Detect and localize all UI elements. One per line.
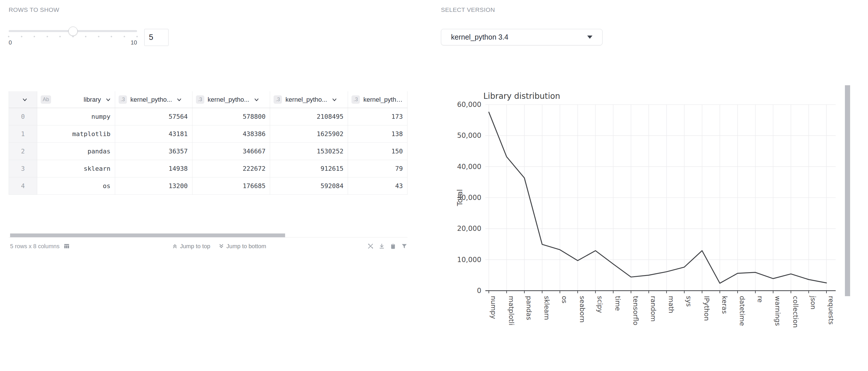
chevron-down-icon[interactable] <box>22 96 28 103</box>
x-tick-label: time <box>614 296 622 311</box>
value-cell: 1530252 <box>270 143 348 160</box>
x-tick-label: pandas <box>525 296 533 320</box>
table-horizontal-scrollbar[interactable] <box>9 233 407 237</box>
x-tick-label: requests <box>827 296 835 324</box>
row-index-cell: 2 <box>9 143 37 160</box>
table-summary-text: 5 rows x 8 columns <box>10 243 59 250</box>
table-row[interactable]: 0numpy575645788002108495173 <box>9 108 407 125</box>
x-tick-label: scipy <box>596 296 604 313</box>
slider-track[interactable] <box>9 30 137 32</box>
column-type-badge: .3 <box>274 95 282 104</box>
table-body: 0numpy5756457880021084951731matplotlib43… <box>9 108 407 195</box>
slider-tick <box>85 36 87 37</box>
library-cell: pandas <box>37 143 115 160</box>
jump-to-top-label: Jump to top <box>180 243 210 250</box>
column-type-badge: .3 <box>119 95 127 104</box>
column-type-badge: .3 <box>351 95 360 104</box>
y-tick-label: 10,000 <box>457 256 481 264</box>
slider-tick <box>59 36 61 37</box>
rows-to-show-input[interactable]: 5 <box>144 29 168 46</box>
chart-title: Library distribution <box>483 91 560 101</box>
column-header[interactable]: .3kernel_pytho... <box>115 91 192 108</box>
column-type-badge: .3 <box>196 95 204 104</box>
row-index-cell: 1 <box>9 125 37 142</box>
double-chevron-down-icon <box>218 243 224 249</box>
value-cell: 43 <box>348 177 407 195</box>
y-tick-label: 60,000 <box>457 101 481 109</box>
value-cell: 150 <box>348 143 407 160</box>
value-cell: 592084 <box>270 177 348 195</box>
value-cell: 222672 <box>192 160 270 177</box>
library-cell: sklearn <box>37 160 115 177</box>
slider-max-label: 10 <box>131 39 137 46</box>
x-tick-label: math <box>668 296 675 313</box>
column-type-badge: Ab <box>41 95 51 104</box>
version-dropdown[interactable]: kernel_python 3.4 <box>441 29 602 46</box>
jump-to-top-button[interactable]: Jump to top <box>172 243 210 250</box>
column-header-label: library <box>84 96 101 104</box>
slider-tick <box>72 36 73 37</box>
table-row[interactable]: 3sklearn1493822267291261579 <box>9 160 407 177</box>
value-cell: 43181 <box>115 125 192 142</box>
clipboard-icon[interactable] <box>390 243 396 249</box>
column-header-label: kernel_pytho... <box>130 96 172 104</box>
y-tick-label: 40,000 <box>457 163 481 171</box>
data-table: Ablibrary.3kernel_pytho....3kernel_pytho… <box>9 91 407 195</box>
table-columns-icon[interactable] <box>63 243 70 249</box>
x-tick-label: tensorflo <box>632 296 640 325</box>
chevron-down-icon[interactable] <box>331 96 338 103</box>
chevron-down-icon[interactable] <box>105 96 112 103</box>
jump-to-bottom-button[interactable]: Jump to bottom <box>218 243 266 250</box>
tools-icon[interactable] <box>367 243 374 249</box>
slider-tick <box>98 36 99 37</box>
x-tick-label: collection <box>792 296 799 327</box>
scrollbar-thumb[interactable] <box>10 233 285 237</box>
table-row[interactable]: 4os1320017668559208443 <box>9 177 407 195</box>
x-tick-label: re <box>756 296 764 303</box>
x-tick-label: json <box>809 295 817 310</box>
slider-minmax: 0 10 <box>9 39 137 46</box>
download-icon[interactable] <box>379 243 385 249</box>
table-row[interactable]: 2pandas363573466671530252150 <box>9 143 407 160</box>
page-vertical-scrollbar[interactable] <box>845 85 850 296</box>
value-cell: 912615 <box>270 160 348 177</box>
column-header[interactable]: .3kernel_pytho... <box>270 91 348 108</box>
value-cell: 57564 <box>115 108 192 125</box>
rows-to-show-value: 5 <box>149 33 153 42</box>
column-header[interactable]: Ablibrary <box>37 91 115 108</box>
column-header-label: kernel_pytho... <box>363 96 404 104</box>
x-tick-label: keras <box>721 296 728 314</box>
column-header[interactable]: .3kernel_pytho... <box>192 91 270 108</box>
x-tick-label: numpy <box>490 296 497 319</box>
version-dropdown-value: kernel_python 3.4 <box>451 33 508 41</box>
value-cell: 13200 <box>115 177 192 195</box>
jump-controls: Jump to top Jump to bottom <box>172 243 266 250</box>
chevron-down-icon[interactable] <box>253 96 260 103</box>
column-header-label: kernel_pytho... <box>208 96 249 104</box>
value-cell: 578800 <box>192 108 270 125</box>
y-axis-label: Total <box>456 189 464 206</box>
slider-tick <box>111 36 112 37</box>
value-cell: 346667 <box>192 143 270 160</box>
x-tick-label: os <box>561 296 568 304</box>
chevron-down-icon[interactable] <box>176 96 182 103</box>
slider-handle[interactable] <box>68 27 78 36</box>
y-tick-label: 50,000 <box>457 132 481 140</box>
library-distribution-chart: 010,00020,00030,00040,00050,00060,000num… <box>450 87 854 345</box>
notebook-page: ROWS TO SHOW 0 10 5 SELECT VERSION kerne… <box>0 0 868 371</box>
column-header[interactable]: .3kernel_pytho... <box>348 91 407 108</box>
filter-funnel-icon[interactable] <box>401 243 407 249</box>
select-column-header[interactable] <box>9 91 37 108</box>
value-cell: 79 <box>348 160 407 177</box>
x-tick-label: IPython <box>703 296 710 321</box>
slider-tick <box>8 36 9 37</box>
rows-to-show-label: ROWS TO SHOW <box>9 6 59 13</box>
chevron-down-icon <box>587 35 592 39</box>
rows-to-show-slider[interactable]: 0 10 <box>9 28 137 46</box>
x-tick-label: sys <box>685 296 692 307</box>
slider-tick <box>21 36 22 37</box>
table-row[interactable]: 1matplotlib431814383861625902138 <box>9 125 407 143</box>
slider-tick <box>136 36 138 37</box>
row-index-cell: 3 <box>9 160 37 177</box>
value-cell: 173 <box>348 108 407 125</box>
